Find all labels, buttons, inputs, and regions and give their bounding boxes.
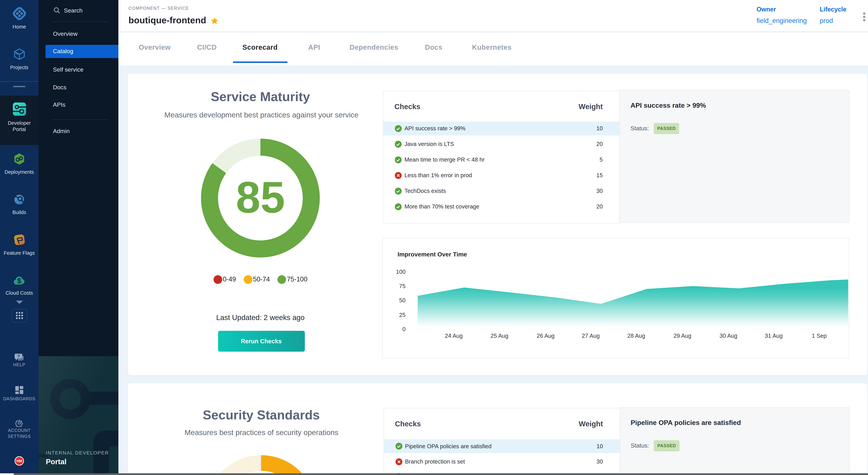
svg-text:30 Aug: 30 Aug <box>720 332 738 339</box>
svg-text:50: 50 <box>399 297 406 303</box>
svg-text:1 Sep: 1 Sep <box>812 332 827 339</box>
svg-text:85: 85 <box>236 173 285 222</box>
svg-text:0: 0 <box>402 326 406 332</box>
svg-text:31 Aug: 31 Aug <box>765 332 783 339</box>
svg-text:24 Aug: 24 Aug <box>445 332 463 339</box>
svg-text:25: 25 <box>399 312 406 318</box>
svg-text:29 Aug: 29 Aug <box>674 332 691 339</box>
svg-text:27 Aug: 27 Aug <box>582 332 600 339</box>
svg-text:28 Aug: 28 Aug <box>627 332 645 339</box>
svg-text:?: ? <box>18 354 20 359</box>
svg-text:100: 100 <box>396 269 406 275</box>
svg-text:75: 75 <box>399 283 406 289</box>
svg-text:$: $ <box>17 277 21 285</box>
svg-text:26 Aug: 26 Aug <box>537 332 555 339</box>
svg-text:25 Aug: 25 Aug <box>491 332 508 339</box>
